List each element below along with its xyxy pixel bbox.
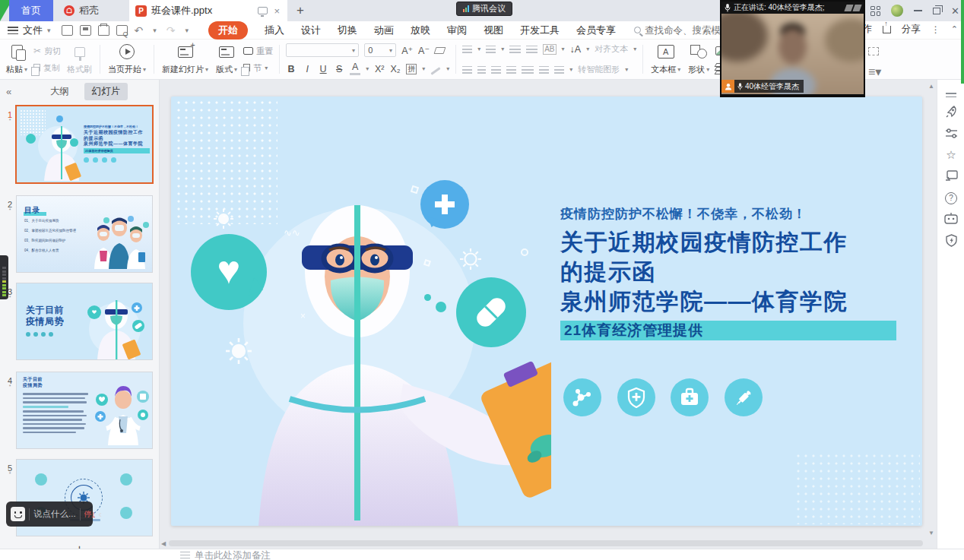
clipped-toolbar-icon[interactable] [868, 47, 879, 55]
tab-insert[interactable]: 插入 [265, 24, 284, 37]
font-color-caret-icon[interactable]: ▾ [366, 65, 369, 72]
tab-transition[interactable]: 切换 [338, 24, 357, 37]
section-button[interactable]: 节▾ [243, 62, 273, 74]
slide-title[interactable]: 关于近期校园疫情防控工作 的提示函 泉州师范学院——体育学院 [560, 227, 848, 316]
scrollbar-thumb[interactable] [169, 540, 923, 546]
tab-member[interactable]: 会员专享 [576, 24, 616, 37]
home-tab[interactable]: 首页 [9, 0, 53, 21]
smart-graphic-button[interactable]: 转智能图形 [578, 64, 620, 75]
document-tab[interactable]: P 班会课件.pptx × [129, 0, 287, 21]
more-menu-icon[interactable]: ⋮ [931, 24, 940, 35]
collapse-chat-icon[interactable]: ‹ [99, 508, 102, 520]
bold-button[interactable]: B [286, 64, 296, 74]
shapes-button[interactable]: 形状▾ [687, 43, 711, 76]
align-left-icon[interactable] [462, 66, 472, 74]
justify-icon[interactable] [506, 66, 516, 74]
redo-icon[interactable]: ↷ [166, 24, 176, 36]
chat-input-placeholder[interactable]: 说点什么... [33, 508, 76, 520]
slide-thumbnail-3[interactable]: 关于目前 疫情局势 [17, 283, 152, 359]
docer-tab[interactable]: ☖ 稻壳 [53, 0, 129, 21]
font-family-select[interactable]: ▾ [286, 43, 359, 57]
tab-design[interactable]: 设计 [301, 24, 321, 37]
tab-animation[interactable]: 动画 [374, 24, 394, 37]
meeting-video-window[interactable]: 正在讲话: 40体经管李晟杰; 40体经管李晟杰 [720, 0, 865, 97]
align-text-button[interactable]: 对齐文本 [595, 43, 628, 55]
decrease-font-icon[interactable]: A⁻ [418, 45, 430, 56]
meeting-chat-bar[interactable]: 说点什么... 停止共享 ‹ [6, 501, 93, 527]
notes-placeholder[interactable]: 单击此处添加备注 [195, 549, 271, 560]
scroll-down-icon[interactable]: ▼ [928, 530, 935, 536]
text-box-button[interactable]: A 文本框▾ [649, 43, 682, 76]
align-right-icon[interactable] [491, 66, 501, 74]
slide-thumbnail-4[interactable]: 关于目前 疫情局势 [17, 372, 152, 448]
quickbar-more-caret-icon[interactable]: ▾ [186, 27, 189, 34]
numbered-list-icon[interactable] [486, 46, 496, 53]
workspace-grid-icon[interactable] [870, 6, 880, 16]
scroll-up-icon[interactable]: ▲ [928, 83, 935, 90]
paste-button[interactable]: 粘贴▾ [5, 43, 29, 76]
hamburger-icon[interactable] [8, 27, 18, 34]
assistant-robot-icon[interactable] [937, 213, 964, 224]
file-menu[interactable]: 文件 [23, 24, 43, 37]
tab-view[interactable]: 视图 [484, 24, 503, 37]
tab-slideshow[interactable]: 放映 [411, 24, 430, 37]
format-painter-button[interactable]: 格式刷 [65, 43, 94, 76]
slide-tagline[interactable]: 疫情防控防护不松懈！不侥幸，不松劲！ [560, 205, 807, 223]
stop-share-button[interactable]: 停止共享 [84, 509, 95, 520]
paragraph-spacing-icon[interactable] [554, 66, 564, 74]
beautify-star-icon[interactable]: ☆ [937, 148, 964, 162]
slide-banner[interactable]: 21体育经济管理提供 [560, 321, 896, 340]
save-icon[interactable] [80, 25, 91, 36]
new-tab-button[interactable]: + [287, 0, 313, 21]
account-avatar[interactable] [891, 5, 903, 17]
drag-handle-icon[interactable] [937, 87, 964, 101]
phonetic-caret-icon[interactable]: ▾ [422, 65, 425, 72]
shield-bolt-icon[interactable] [937, 234, 964, 247]
text-direction-button[interactable]: AB [543, 44, 556, 55]
undo-icon[interactable]: ↶ [135, 24, 144, 36]
minimize-button[interactable] [914, 10, 922, 11]
highlight-pen-icon[interactable] [431, 67, 441, 74]
settings-sliders-icon[interactable] [937, 128, 964, 139]
layout-button[interactable]: 版式▾ [214, 43, 239, 76]
reset-button[interactable]: 重置 [243, 46, 273, 57]
increase-indent-icon[interactable] [526, 46, 537, 53]
increase-font-icon[interactable]: A⁺ [401, 45, 413, 56]
undo-caret-icon[interactable]: ▾ [153, 27, 157, 34]
line-spacing-icon[interactable] [539, 66, 549, 74]
copy-button[interactable]: 复制 [33, 62, 61, 74]
share-button[interactable]: 分享 [902, 23, 921, 36]
phonetic-guide-button[interactable]: 拼 [406, 64, 417, 74]
bullet-list-icon[interactable] [462, 46, 472, 53]
tab-home[interactable]: 开始 [208, 21, 248, 40]
horizontal-scrollbar[interactable]: ◀ [161, 539, 926, 547]
font-color-button[interactable]: A [350, 62, 360, 75]
file-menu-caret-icon[interactable]: ▾ [47, 27, 51, 34]
distribute-icon[interactable] [522, 66, 534, 74]
tab-devtools[interactable]: 开发工具 [520, 24, 560, 37]
tab-outline[interactable]: 大纲 [43, 83, 77, 100]
document-tab-close-icon[interactable]: × [272, 5, 281, 17]
meeting-float-pill[interactable]: 腾讯会议 [456, 2, 512, 16]
italic-button[interactable]: I [302, 64, 312, 74]
subscript-button[interactable]: X₂ [390, 64, 401, 74]
collapse-panel-icon[interactable]: « [6, 86, 11, 97]
strikethrough-button[interactable]: S [334, 64, 344, 74]
collapse-ribbon-icon[interactable]: ⌃ [951, 25, 958, 33]
new-document-icon[interactable] [62, 25, 73, 36]
clear-format-icon[interactable] [434, 47, 446, 54]
tab-review[interactable]: 审阅 [447, 24, 467, 37]
align-center-icon[interactable] [477, 66, 486, 74]
vertical-scrollbar[interactable]: ▲ ▼ [928, 81, 935, 538]
emoji-icon[interactable] [11, 507, 25, 521]
help-icon[interactable]: ? [937, 190, 964, 204]
new-slide-button[interactable]: 新建幻灯片▾ [160, 43, 210, 76]
font-size-select[interactable]: 0▾ [364, 43, 396, 57]
tab-slides[interactable]: 幻灯片 [84, 83, 128, 100]
rocket-icon[interactable] [937, 106, 964, 119]
slide-thumbnail-2[interactable]: 目录 01、关于目前疫情局势 02、掌握校园常态化疫情防控管理 03、防疫期间如… [17, 196, 152, 272]
highlight-caret-icon[interactable]: ▾ [446, 65, 449, 72]
superscript-button[interactable]: X² [374, 64, 385, 74]
clipped-toolbar-icon[interactable]: ≡▾ [868, 65, 881, 79]
print-icon[interactable] [98, 25, 109, 36]
